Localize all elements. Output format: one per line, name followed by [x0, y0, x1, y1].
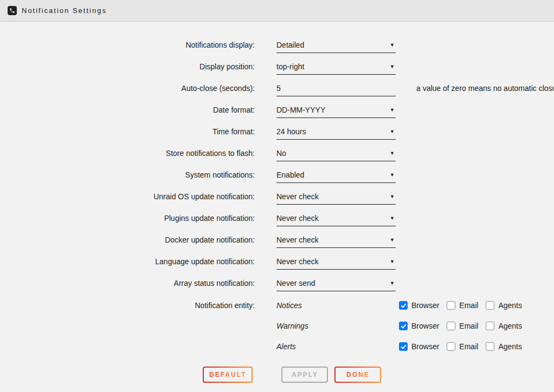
- entity-name-notices: Notices: [276, 301, 399, 310]
- done-button[interactable]: DONE: [334, 367, 381, 383]
- checkbox-item-warnings-email[interactable]: Email: [447, 322, 478, 330]
- checkbox-label: Browser: [411, 301, 439, 310]
- checkbox-warnings-browser[interactable]: [399, 322, 408, 330]
- checkbox-alerts-agents[interactable]: [486, 342, 494, 351]
- entity-row: Warnings Browser Email Agents: [0, 316, 554, 336]
- phone-square-icon: [8, 6, 17, 15]
- entity-section-label: Notification entity:: [0, 301, 255, 310]
- select-language-update-notification[interactable]: Never check ▼: [276, 257, 396, 270]
- checkbox-item-alerts-email[interactable]: Email: [447, 342, 478, 351]
- apply-button[interactable]: APPLY: [281, 367, 328, 383]
- field-label: Array status notification:: [0, 279, 255, 288]
- form-row: Plugins update notification: Never check…: [0, 208, 554, 230]
- chevron-down-icon: ▼: [390, 194, 395, 199]
- select-system-notifications[interactable]: Enabled ▼: [276, 171, 396, 183]
- chevron-down-icon: ▼: [390, 108, 395, 113]
- field-note: a value of zero means no automatic closu…: [416, 84, 554, 93]
- form-actions: DEFAULT APPLY DONE: [203, 367, 554, 383]
- select-date-format[interactable]: DD-MM-YYYY ▼: [276, 106, 396, 118]
- field-value: Detailed: [276, 41, 304, 49]
- chevron-down-icon: ▼: [390, 64, 395, 69]
- field-label: System notifications:: [0, 171, 255, 179]
- checkbox-warnings-email[interactable]: [447, 322, 455, 330]
- checkbox-item-notices-agents[interactable]: Agents: [486, 301, 522, 310]
- input-auto-close-seconds[interactable]: 5: [276, 84, 396, 96]
- page-header: Notification Settings: [0, 0, 554, 22]
- form-row: Language update notification: Never chec…: [0, 252, 554, 273]
- settings-form: Notifications display: Detailed ▼ Displa…: [0, 22, 554, 383]
- form-row: Docker update notification: Never check …: [0, 230, 554, 252]
- chevron-down-icon: ▼: [390, 151, 395, 156]
- chevron-down-icon: ▼: [390, 216, 395, 221]
- entity-rows: Notification entity: Notices Browser Ema…: [0, 295, 554, 357]
- form-rows: Notifications display: Detailed ▼ Displa…: [0, 35, 554, 295]
- field-label: Notifications display:: [0, 41, 255, 49]
- form-row: Date format: DD-MM-YYYY ▼: [0, 100, 554, 122]
- field-label: Display position:: [0, 62, 255, 71]
- form-row: System notifications: Enabled ▼: [0, 165, 554, 187]
- entity-name-alerts: Alerts: [276, 342, 399, 351]
- page-title: Notification Settings: [22, 6, 107, 15]
- field-value: Enabled: [276, 171, 304, 179]
- checkbox-group: Browser Email Agents: [399, 322, 522, 330]
- form-row: Auto-close (seconds): 5 a value of zero …: [0, 79, 554, 100]
- apply-button-label: APPLY: [292, 371, 318, 378]
- field-label: Auto-close (seconds):: [0, 84, 255, 93]
- chevron-down-icon: ▼: [390, 173, 395, 178]
- done-button-label: DONE: [346, 371, 370, 378]
- field-label: Store notifications to flash:: [0, 149, 255, 158]
- checkbox-notices-browser[interactable]: [399, 301, 408, 310]
- field-label: Plugins update notification:: [0, 214, 255, 223]
- chevron-down-icon: ▼: [390, 259, 395, 264]
- checkbox-group: Browser Email Agents: [399, 342, 522, 351]
- checkbox-label: Agents: [498, 322, 522, 330]
- checkbox-label: Browser: [411, 342, 439, 351]
- field-value: 24 hours: [276, 127, 306, 136]
- field-value: top-right: [276, 62, 304, 71]
- checkbox-label: Email: [459, 342, 478, 351]
- entity-row: Alerts Browser Email Agents: [0, 336, 554, 357]
- select-time-format[interactable]: 24 hours ▼: [276, 127, 396, 140]
- checkbox-notices-email[interactable]: [447, 301, 455, 310]
- form-row: Array status notification: Never send ▼: [0, 273, 554, 295]
- select-docker-update-notification[interactable]: Never check ▼: [276, 236, 396, 248]
- field-label: Date format:: [0, 106, 255, 114]
- field-value: Never check: [276, 236, 319, 244]
- checkbox-notices-agents[interactable]: [486, 301, 494, 310]
- field-value: No: [276, 149, 286, 158]
- checkbox-item-notices-browser[interactable]: Browser: [399, 301, 439, 310]
- chevron-down-icon: ▼: [390, 238, 395, 243]
- select-notifications-display[interactable]: Detailed ▼: [276, 41, 396, 53]
- select-store-notifications-to-flash[interactable]: No ▼: [276, 149, 396, 161]
- select-unraid-os-update-notification[interactable]: Never check ▼: [276, 192, 396, 205]
- default-button[interactable]: DEFAULT: [203, 367, 253, 383]
- checkbox-item-alerts-agents[interactable]: Agents: [486, 342, 522, 351]
- default-button-label: DEFAULT: [209, 371, 246, 378]
- field-value: Never send: [276, 279, 315, 288]
- checkbox-item-warnings-agents[interactable]: Agents: [486, 322, 522, 330]
- field-value: Never check: [276, 214, 319, 223]
- checkbox-label: Browser: [411, 322, 439, 330]
- form-row: Unraid OS update notification: Never che…: [0, 187, 554, 208]
- notification-settings-page: Notification Settings Notifications disp…: [0, 0, 554, 392]
- form-row: Display position: top-right ▼: [0, 57, 554, 79]
- select-display-position[interactable]: top-right ▼: [276, 62, 396, 75]
- checkbox-label: Agents: [498, 342, 522, 351]
- entity-row: Notification entity: Notices Browser Ema…: [0, 295, 554, 316]
- form-row: Time format: 24 hours ▼: [0, 122, 554, 143]
- checkbox-alerts-email[interactable]: [447, 342, 455, 351]
- select-array-status-notification[interactable]: Never send ▼: [276, 279, 396, 291]
- field-value: Never check: [276, 192, 319, 201]
- checkbox-item-warnings-browser[interactable]: Browser: [399, 322, 439, 330]
- checkbox-alerts-browser[interactable]: [399, 342, 408, 351]
- entity-name-warnings: Warnings: [276, 322, 399, 330]
- checkbox-item-notices-email[interactable]: Email: [447, 301, 478, 310]
- field-label: Time format:: [0, 127, 255, 136]
- select-plugins-update-notification[interactable]: Never check ▼: [276, 214, 396, 226]
- field-label: Language update notification:: [0, 257, 255, 266]
- checkbox-item-alerts-browser[interactable]: Browser: [399, 342, 439, 351]
- checkbox-group: Browser Email Agents: [399, 301, 522, 310]
- chevron-down-icon: ▼: [390, 43, 395, 48]
- checkbox-warnings-agents[interactable]: [486, 322, 494, 330]
- field-value: DD-MM-YYYY: [276, 106, 325, 114]
